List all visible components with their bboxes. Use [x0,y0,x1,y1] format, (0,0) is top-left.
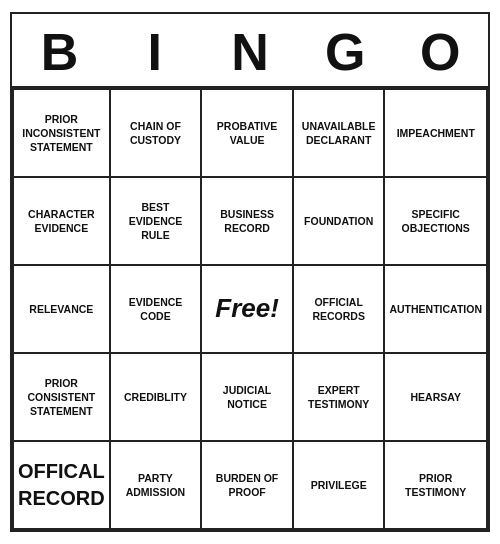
bingo-cell-text-15: PRIOR CONSISTENT STATEMENT [18,376,105,419]
bingo-cell-19: HEARSAY [385,354,488,442]
bingo-cell-text-19: HEARSAY [411,390,461,404]
bingo-cell-text-13: OFFICIAL RECORDS [298,295,380,323]
bingo-cell-text-2: PROBATIVE VALUE [206,119,288,147]
bingo-letter-n: N [206,22,294,82]
bingo-letter-i: I [111,22,199,82]
bingo-cell-text-1: CHAIN OF CUSTODY [115,119,197,147]
bingo-cell-6: BEST EVIDENCE RULE [111,178,203,266]
bingo-cell-text-22: BURDEN OF PROOF [206,471,288,499]
bingo-cell-text-6: BEST EVIDENCE RULE [115,200,197,243]
bingo-cell-15: PRIOR CONSISTENT STATEMENT [14,354,111,442]
bingo-cell-text-21: PARTY ADMISSION [115,471,197,499]
bingo-cell-text-0: PRIOR INCONSISTENT STATEMENT [18,112,105,155]
bingo-letter-b: B [16,22,104,82]
bingo-cell-text-11: EVIDENCE CODE [115,295,197,323]
bingo-cell-text-10: RELEVANCE [29,302,93,316]
bingo-cell-24: PRIOR TESTIMONY [385,442,488,530]
bingo-cell-text-18: EXPERT TESTIMONY [298,383,380,411]
bingo-cell-text-24: PRIOR TESTIMONY [389,471,482,499]
bingo-cell-10: RELEVANCE [14,266,111,354]
bingo-cell-23: PRIVILEGE [294,442,386,530]
bingo-cell-1: CHAIN OF CUSTODY [111,90,203,178]
bingo-cell-text-16: CREDIBLITY [124,390,187,404]
bingo-cell-text-4: IMPEACHMENT [397,126,475,140]
bingo-cell-3: UNAVAILABLE DECLARANT [294,90,386,178]
bingo-cell-11: EVIDENCE CODE [111,266,203,354]
bingo-cell-7: BUSINESS RECORD [202,178,294,266]
bingo-grid: PRIOR INCONSISTENT STATEMENTCHAIN OF CUS… [12,88,488,530]
bingo-cell-12: Free! [202,266,294,354]
bingo-cell-text-20: OFFICAL RECORD [18,458,105,512]
bingo-cell-22: BURDEN OF PROOF [202,442,294,530]
bingo-cell-5: CHARACTER EVIDENCE [14,178,111,266]
bingo-cell-text-9: SPECIFIC OBJECTIONS [389,207,482,235]
bingo-cell-17: JUDICIAL NOTICE [202,354,294,442]
bingo-cell-9: SPECIFIC OBJECTIONS [385,178,488,266]
bingo-cell-text-8: FOUNDATION [304,214,373,228]
bingo-letter-g: G [301,22,389,82]
bingo-card: BINGO PRIOR INCONSISTENT STATEMENTCHAIN … [10,12,490,532]
bingo-cell-0: PRIOR INCONSISTENT STATEMENT [14,90,111,178]
bingo-cell-16: CREDIBLITY [111,354,203,442]
bingo-cell-4: IMPEACHMENT [385,90,488,178]
bingo-header: BINGO [12,14,488,88]
bingo-cell-20: OFFICAL RECORD [14,442,111,530]
bingo-cell-text-3: UNAVAILABLE DECLARANT [298,119,380,147]
bingo-cell-8: FOUNDATION [294,178,386,266]
bingo-cell-text-17: JUDICIAL NOTICE [206,383,288,411]
bingo-cell-21: PARTY ADMISSION [111,442,203,530]
bingo-cell-text-23: PRIVILEGE [311,478,367,492]
bingo-cell-2: PROBATIVE VALUE [202,90,294,178]
bingo-cell-text-7: BUSINESS RECORD [206,207,288,235]
bingo-cell-text-12: Free! [215,291,279,326]
bingo-cell-text-5: CHARACTER EVIDENCE [18,207,105,235]
bingo-cell-text-14: AUTHENTICATION [389,302,482,316]
bingo-letter-o: O [396,22,484,82]
bingo-cell-14: AUTHENTICATION [385,266,488,354]
bingo-cell-13: OFFICIAL RECORDS [294,266,386,354]
bingo-cell-18: EXPERT TESTIMONY [294,354,386,442]
